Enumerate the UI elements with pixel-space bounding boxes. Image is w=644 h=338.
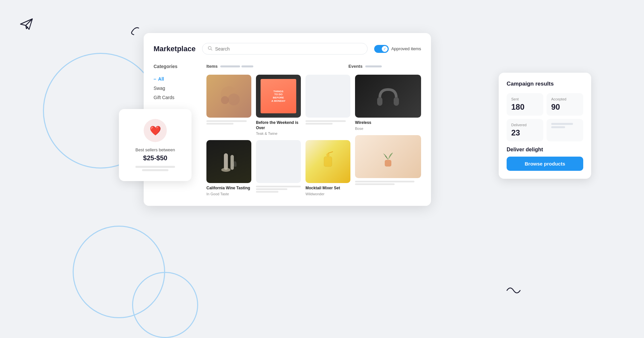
- product-image-placeholder-2: [256, 140, 301, 183]
- product-chocolates[interactable]: [206, 75, 251, 135]
- svg-rect-8: [324, 157, 332, 167]
- search-input[interactable]: [215, 46, 362, 52]
- events-section-label: Events: [348, 64, 363, 69]
- stats-grid: Sent 180 Accepted 90 Delivered 23: [507, 93, 583, 141]
- category-swag-label: Swag: [154, 86, 165, 91]
- dash-icon: –: [154, 76, 156, 82]
- search-icon: [208, 46, 212, 52]
- stat-empty: [547, 119, 583, 141]
- bg-circle-3: [132, 272, 198, 338]
- product-image-plant: [355, 135, 421, 178]
- section-headers-row: Items Events: [206, 64, 421, 69]
- product-image-book: THINGSTO DOBEFOREA MONDAY: [256, 75, 301, 118]
- product-wine-name: California Wine Tasting: [206, 186, 251, 191]
- stat-delivered-value: 23: [511, 128, 539, 137]
- campaign-title: Campaign results: [507, 81, 583, 87]
- events-header-line: [365, 65, 382, 67]
- stat-sent-label: Sent: [511, 97, 539, 101]
- sidebar-item-gift-cards[interactable]: Gift Cards: [154, 93, 200, 102]
- product-line: [355, 181, 414, 182]
- stat-accepted: Accepted 90: [547, 93, 583, 116]
- svg-rect-5: [224, 153, 228, 170]
- items-header-line-1: [220, 65, 240, 67]
- product-line: [206, 120, 247, 122]
- product-image-wireless: [355, 75, 421, 118]
- product-image-wine: [206, 140, 251, 183]
- svg-line-10: [328, 152, 333, 153]
- product-book[interactable]: THINGSTO DOBEFOREA MONDAY Before the Wee…: [256, 75, 301, 135]
- card-content: Categories – All Swag Gift Cards Items: [154, 64, 421, 196]
- campaign-results-card: Campaign results Sent 180 Accepted 90 De…: [499, 73, 591, 179]
- svg-rect-11: [377, 97, 382, 106]
- events-column: Wireless Bose: [355, 75, 421, 196]
- products-layout: THINGSTO DOBEFOREA MONDAY Before the Wee…: [206, 75, 421, 196]
- stat-sent-value: 180: [511, 102, 539, 112]
- main-content: Items Events: [206, 64, 421, 196]
- best-sellers-price: $25-$50: [125, 154, 185, 162]
- stat-sent: Sent 180: [507, 93, 543, 116]
- product-line: [206, 123, 233, 125]
- product-placeholder-2[interactable]: [256, 140, 301, 196]
- paper-plane-icon: [20, 18, 33, 33]
- product-line: [256, 188, 287, 190]
- product-wine-brand: In Good Taste: [206, 192, 251, 196]
- products-row-2: California Wine Tasting In Good Taste: [206, 140, 350, 196]
- svg-point-6: [221, 168, 231, 172]
- browse-products-button[interactable]: Browse products: [507, 157, 583, 171]
- best-sellers-text: Best sellers between: [125, 147, 185, 152]
- deliver-delight-title: Deliver delight: [507, 147, 583, 153]
- product-mocktail[interactable]: Mocktail Mixer Set Wildwonder: [305, 140, 350, 196]
- stat-accepted-label: Accepted: [551, 97, 579, 101]
- product-line: [256, 186, 301, 187]
- events-section-header: Events: [348, 64, 421, 69]
- categories-title: Categories: [154, 64, 200, 69]
- product-book-name: Before the Weekend is Over: [256, 120, 301, 131]
- product-wireless-brand: Bose: [355, 127, 421, 131]
- products-row-1: THINGSTO DOBEFOREA MONDAY Before the Wee…: [206, 75, 350, 135]
- items-header-line-2: [241, 65, 253, 67]
- items-grid-container: THINGSTO DOBEFOREA MONDAY Before the Wee…: [206, 75, 350, 196]
- svg-point-9: [326, 153, 330, 157]
- stat-empty-line-1: [551, 123, 573, 125]
- items-section-header: Items: [206, 64, 348, 69]
- sidebar-item-all[interactable]: – All: [154, 74, 200, 84]
- product-line: [305, 120, 346, 122]
- sidebar-item-swag[interactable]: Swag: [154, 84, 200, 93]
- product-wine[interactable]: California Wine Tasting In Good Taste: [206, 140, 251, 196]
- svg-point-3: [228, 94, 240, 105]
- search-bar[interactable]: [202, 43, 367, 55]
- category-all-label: All: [158, 76, 164, 82]
- product-image-placeholder-1: [305, 75, 350, 118]
- svg-rect-13: [385, 160, 391, 167]
- toggle-area: Approved items: [374, 45, 421, 53]
- stat-delivered: Delivered 23: [507, 119, 543, 141]
- stat-empty-line-2: [551, 126, 565, 128]
- svg-point-4: [221, 96, 229, 104]
- svg-rect-7: [231, 155, 234, 170]
- items-section-label: Items: [206, 64, 218, 69]
- product-wireless-name: Wireless: [355, 120, 421, 126]
- svg-rect-12: [394, 97, 399, 106]
- decor-line: [135, 166, 175, 168]
- product-book-brand: Teak & Twine: [256, 131, 301, 135]
- product-mocktail-name: Mocktail Mixer Set: [305, 186, 350, 191]
- product-wireless[interactable]: Wireless Bose: [355, 75, 421, 131]
- stat-accepted-value: 90: [551, 102, 579, 112]
- product-placeholder-1[interactable]: [305, 75, 350, 135]
- product-line: [305, 123, 333, 125]
- squiggle-top-icon: [129, 26, 142, 38]
- heart-icon: ❤️: [144, 119, 167, 142]
- svg-line-1: [211, 49, 212, 51]
- stat-delivered-label: Delivered: [511, 123, 539, 127]
- toggle-label: Approved items: [391, 46, 421, 51]
- product-plant[interactable]: [355, 135, 421, 185]
- book-cover: THINGSTO DOBEFOREA MONDAY: [261, 79, 297, 113]
- squiggle-bottom-icon: [505, 284, 522, 298]
- approved-toggle[interactable]: [374, 45, 389, 53]
- product-image-mocktail: [305, 140, 350, 183]
- category-gift-cards-label: Gift Cards: [154, 95, 174, 100]
- best-sellers-card: ❤️ Best sellers between $25-$50: [119, 109, 192, 181]
- marketplace-title: Marketplace: [154, 45, 196, 53]
- product-image-chocolates: [206, 75, 251, 118]
- product-line: [256, 191, 278, 193]
